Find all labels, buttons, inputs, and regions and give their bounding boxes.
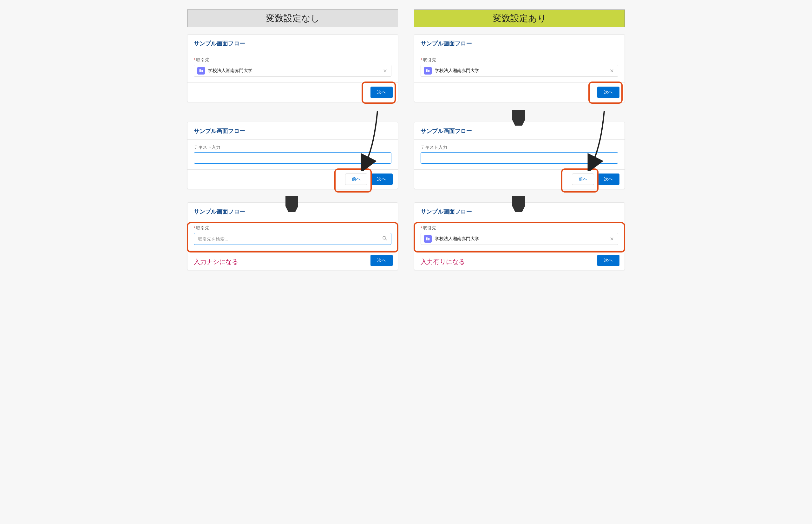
prev-button[interactable]: 前へ bbox=[345, 174, 367, 185]
flow-card-3-left: サンプル画面フロー *取引先 次へ 入力ナシになる bbox=[187, 202, 398, 270]
prev-button[interactable]: 前へ bbox=[572, 174, 594, 185]
card-title: サンプル画面フロー bbox=[414, 122, 625, 140]
text-input-label: テキスト入力 bbox=[194, 145, 392, 150]
account-lookup[interactable]: 学校法人湘南赤門大学 bbox=[194, 65, 392, 77]
flow-card-2-left: サンプル画面フロー テキスト入力 前へ 次へ bbox=[187, 122, 398, 189]
account-value: 学校法人湘南赤門大学 bbox=[435, 68, 606, 73]
account-icon bbox=[424, 67, 432, 75]
next-button[interactable]: 次へ bbox=[597, 86, 619, 98]
svg-rect-3 bbox=[426, 69, 428, 72]
column-without-variable: 変数設定なし サンプル画面フロー *取引先 学校法人湘南赤門大学 bbox=[187, 10, 398, 277]
note-filled: 入力有りになる bbox=[420, 258, 465, 266]
flow-card-2-right: サンプル画面フロー テキスト入力 前へ 次へ bbox=[414, 122, 625, 189]
account-label: *取引先 bbox=[194, 57, 392, 63]
flow-card-1-right: サンプル画面フロー *取引先 学校法人湘南赤門大学 次へ bbox=[414, 34, 625, 102]
next-button[interactable]: 次へ bbox=[597, 255, 619, 266]
account-label: *取引先 bbox=[194, 225, 392, 231]
account-label: *取引先 bbox=[420, 225, 618, 231]
text-input[interactable] bbox=[420, 152, 618, 164]
next-button[interactable]: 次へ bbox=[370, 174, 393, 185]
flow-card-3-right: サンプル画面フロー *取引先 学校法人湘南赤門大学 bbox=[414, 202, 625, 270]
svg-rect-5 bbox=[426, 237, 428, 240]
account-lookup[interactable]: 学校法人湘南赤門大学 bbox=[420, 65, 618, 77]
account-icon bbox=[197, 67, 205, 75]
card-title: サンプル画面フロー bbox=[187, 122, 398, 140]
header-without: 変数設定なし bbox=[187, 10, 398, 27]
account-search-input[interactable] bbox=[194, 233, 392, 245]
svg-rect-4 bbox=[428, 70, 429, 72]
account-icon bbox=[424, 235, 432, 243]
account-value: 学校法人湘南赤門大学 bbox=[208, 68, 379, 73]
svg-point-2 bbox=[383, 236, 386, 239]
svg-rect-1 bbox=[201, 70, 203, 72]
text-input[interactable] bbox=[194, 152, 392, 164]
clear-icon[interactable] bbox=[609, 236, 615, 242]
column-with-variable: 変数設定あり サンプル画面フロー *取引先 学校法人湘南赤門大学 bbox=[414, 10, 625, 277]
svg-rect-0 bbox=[199, 69, 201, 72]
card-title: サンプル画面フロー bbox=[414, 203, 625, 220]
header-with: 変数設定あり bbox=[414, 10, 625, 27]
next-button[interactable]: 次へ bbox=[597, 174, 619, 185]
flow-card-1-left: サンプル画面フロー *取引先 学校法人湘南赤門大学 次へ bbox=[187, 34, 398, 102]
account-label: *取引先 bbox=[420, 57, 618, 63]
card-title: サンプル画面フロー bbox=[187, 203, 398, 220]
clear-icon[interactable] bbox=[382, 68, 388, 73]
search-icon bbox=[382, 236, 387, 242]
clear-icon[interactable] bbox=[609, 68, 615, 73]
svg-rect-6 bbox=[428, 238, 429, 241]
card-title: サンプル画面フロー bbox=[414, 35, 625, 52]
account-lookup-filled[interactable]: 学校法人湘南赤門大学 bbox=[420, 233, 618, 245]
search-field[interactable] bbox=[198, 236, 382, 241]
text-input-label: テキスト入力 bbox=[420, 145, 618, 150]
account-value: 学校法人湘南赤門大学 bbox=[435, 236, 606, 242]
note-empty: 入力ナシになる bbox=[194, 258, 238, 266]
card-title: サンプル画面フロー bbox=[187, 35, 398, 52]
next-button[interactable]: 次へ bbox=[370, 255, 393, 266]
next-button[interactable]: 次へ bbox=[370, 86, 393, 98]
